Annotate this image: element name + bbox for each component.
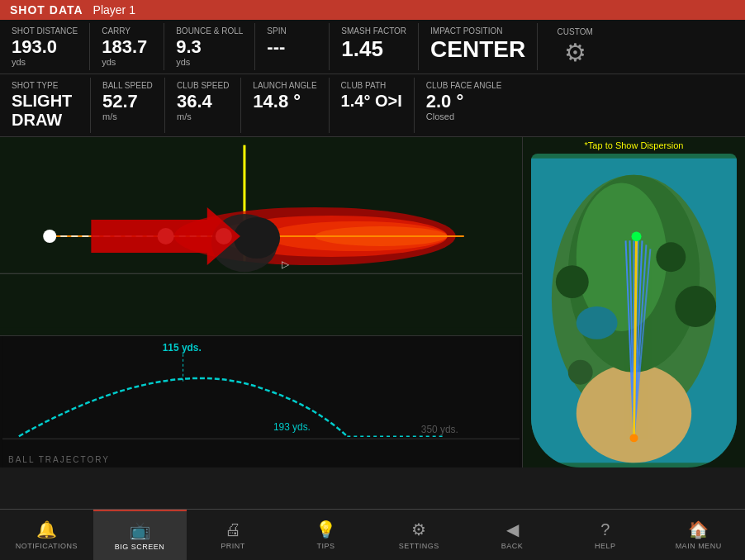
club-face-angle-unit: Closed bbox=[426, 112, 510, 121]
main-content: ▷ 115 yds. 193 yds. bbox=[0, 137, 745, 467]
main-menu-label: MAIN MENU bbox=[676, 542, 722, 550]
shot-type-label: Shot Type bbox=[12, 81, 78, 90]
shot-type-cell: Shot Type SLIGHTDRAW bbox=[0, 78, 91, 133]
tips-icon: 💡 bbox=[316, 520, 336, 539]
back-icon: ◀ bbox=[506, 520, 519, 539]
svg-point-29 bbox=[675, 286, 716, 327]
bounce-roll-cell: Bounce & Roll 9.3 yds bbox=[164, 23, 255, 70]
svg-point-27 bbox=[577, 306, 618, 339]
settings-icon: ⚙ bbox=[411, 520, 426, 539]
help-icon: ? bbox=[600, 520, 610, 539]
club-speed-label: Club Speed bbox=[177, 81, 229, 90]
dispersion-label: *Tap to Show Dispersion bbox=[523, 137, 745, 154]
nav-item-settings[interactable]: ⚙ SETTINGS bbox=[372, 510, 466, 560]
nav-item-tips[interactable]: 💡 TIPS bbox=[279, 510, 372, 560]
left-panel: ▷ 115 yds. 193 yds. bbox=[0, 137, 522, 467]
spin-value: --- bbox=[267, 37, 317, 57]
launch-angle-value: 14.8 ° bbox=[253, 92, 316, 112]
smash-factor-label: Smash Factor bbox=[341, 26, 406, 36]
aerial-view[interactable] bbox=[531, 154, 737, 467]
svg-point-40 bbox=[630, 434, 638, 443]
big-screen-label: BIG SCREEN bbox=[115, 543, 165, 551]
svg-point-13 bbox=[43, 230, 56, 243]
ball-speed-value: 52.7 bbox=[102, 92, 153, 112]
trajectory-panel: 115 yds. 193 yds. 350 yds. BALL TRAJECTO… bbox=[0, 335, 522, 467]
svg-point-30 bbox=[656, 243, 686, 273]
carry-unit: yds bbox=[102, 57, 152, 67]
trajectory-label: BALL TRAJECTORY bbox=[8, 455, 110, 464]
club-speed-value: 36.4 bbox=[177, 92, 229, 112]
spin-cell: Spin --- bbox=[255, 23, 330, 70]
club-face-angle-value: 2.0 ° bbox=[426, 92, 510, 112]
gear-icon: ⚙ bbox=[564, 38, 586, 67]
smash-factor-cell: Smash Factor 1.45 bbox=[330, 23, 419, 70]
svg-text:▷: ▷ bbox=[282, 259, 290, 270]
ball-speed-cell: Ball Speed 52.7 m/s bbox=[91, 78, 165, 133]
club-face-angle-label: Club Face Angle bbox=[426, 81, 510, 90]
carry-value: 183.7 bbox=[102, 37, 152, 57]
back-label: BACK bbox=[501, 542, 524, 550]
stats-row-1: Shot Distance 193.0 yds Carry 183.7 yds … bbox=[0, 20, 745, 74]
svg-text:350 yds.: 350 yds. bbox=[421, 424, 458, 435]
carry-cell: Carry 183.7 yds bbox=[90, 23, 164, 70]
ball-speed-unit: m/s bbox=[102, 112, 153, 121]
club-speed-cell: Club Speed 36.4 m/s bbox=[165, 78, 241, 133]
shot-distance-label: Shot Distance bbox=[12, 26, 78, 36]
custom-label: Custom bbox=[558, 27, 593, 36]
nav-item-main-menu[interactable]: 🏠 MAIN MENU bbox=[652, 510, 745, 560]
shot-distance-cell: Shot Distance 193.0 yds bbox=[0, 23, 90, 70]
notifications-label: NOTIFICATIONS bbox=[16, 542, 78, 550]
svg-point-10 bbox=[234, 217, 280, 259]
bounce-roll-value: 9.3 bbox=[176, 37, 243, 57]
club-path-label: Club Path bbox=[341, 81, 402, 90]
nav-item-notifications[interactable]: 🔔 NOTIFICATIONS bbox=[0, 510, 93, 560]
ball-speed-label: Ball Speed bbox=[102, 81, 153, 90]
nav-item-print[interactable]: 🖨 PRINT bbox=[187, 510, 280, 560]
bounce-roll-label: Bounce & Roll bbox=[176, 26, 243, 36]
stats-row-2: Shot Type SLIGHTDRAW Ball Speed 52.7 m/s… bbox=[0, 74, 745, 137]
club-speed-unit: m/s bbox=[177, 112, 229, 121]
launch-angle-label: Launch Angle bbox=[253, 81, 316, 90]
shot-data-label: SHOT DATA bbox=[10, 3, 83, 17]
nav-item-back[interactable]: ◀ BACK bbox=[466, 510, 559, 560]
club-path-cell: Club Path 1.4° O>I bbox=[330, 78, 415, 133]
print-label: PRINT bbox=[221, 542, 245, 550]
shot-distance-unit: yds bbox=[12, 57, 78, 67]
big-screen-icon: 📺 bbox=[130, 520, 150, 540]
shot-viz: ▷ bbox=[0, 137, 522, 335]
player-label: Player 1 bbox=[93, 3, 135, 17]
bounce-roll-unit: yds bbox=[176, 57, 243, 67]
shot-distance-value: 193.0 bbox=[12, 37, 78, 57]
impact-position-label: Impact Position bbox=[430, 26, 525, 36]
svg-point-31 bbox=[568, 360, 593, 385]
svg-point-41 bbox=[632, 232, 642, 242]
notifications-icon: 🔔 bbox=[36, 520, 57, 539]
impact-position-value: CENTER bbox=[430, 37, 525, 63]
svg-rect-16 bbox=[2, 336, 520, 467]
right-panel[interactable]: *Tap to Show Dispersion bbox=[522, 137, 745, 467]
smash-factor-value: 1.45 bbox=[341, 37, 406, 61]
bottom-nav: 🔔 NOTIFICATIONS 📺 BIG SCREEN 🖨 PRINT 💡 T… bbox=[0, 509, 745, 560]
header-bar: SHOT DATA Player 1 bbox=[0, 0, 745, 20]
impact-position-cell: Impact Position CENTER bbox=[419, 23, 538, 70]
club-path-value: 1.4° O>I bbox=[341, 92, 402, 110]
help-label: HELP bbox=[595, 542, 616, 550]
carry-label: Carry bbox=[102, 26, 152, 36]
tips-label: TIPS bbox=[317, 542, 335, 550]
svg-text:193 yds.: 193 yds. bbox=[273, 421, 311, 433]
svg-point-28 bbox=[556, 265, 589, 298]
print-icon: 🖨 bbox=[225, 520, 241, 539]
spin-label: Spin bbox=[267, 26, 317, 36]
club-face-angle-cell: Club Face Angle 2.0 ° Closed bbox=[415, 78, 522, 133]
main-menu-icon: 🏠 bbox=[688, 520, 709, 539]
nav-item-big-screen[interactable]: 📺 BIG SCREEN bbox=[93, 510, 187, 560]
svg-text:115 yds.: 115 yds. bbox=[163, 342, 202, 354]
custom-cell[interactable]: Custom ⚙ bbox=[538, 23, 612, 70]
shot-type-value: SLIGHTDRAW bbox=[12, 92, 78, 130]
launch-angle-cell: Launch Angle 14.8 ° bbox=[241, 78, 329, 133]
settings-label: SETTINGS bbox=[399, 542, 439, 550]
nav-item-help[interactable]: ? HELP bbox=[559, 510, 652, 560]
